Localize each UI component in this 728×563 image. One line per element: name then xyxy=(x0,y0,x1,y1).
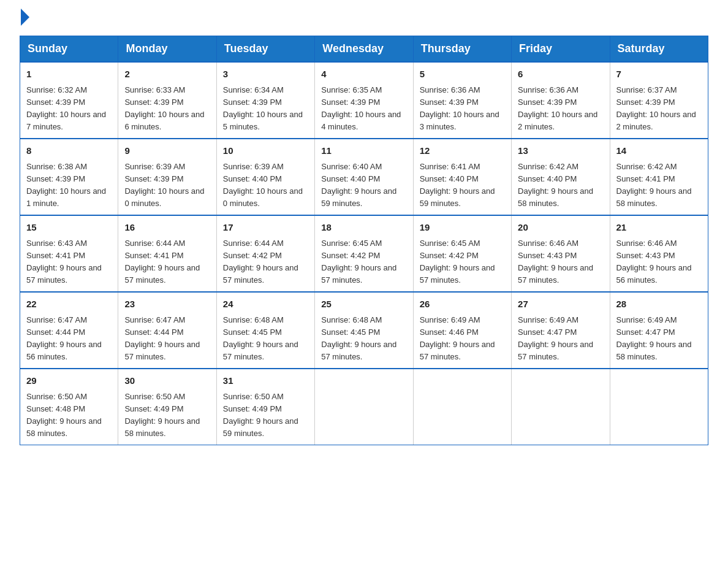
day-info: Sunrise: 6:40 AMSunset: 4:40 PMDaylight:… xyxy=(321,161,406,210)
day-info: Sunrise: 6:50 AMSunset: 4:49 PMDaylight:… xyxy=(124,391,210,440)
calendar-cell: 7Sunrise: 6:37 AMSunset: 4:39 PMDaylight… xyxy=(610,62,708,139)
day-info: Sunrise: 6:44 AMSunset: 4:42 PMDaylight:… xyxy=(223,237,308,287)
day-number: 25 xyxy=(321,297,406,312)
day-info: Sunrise: 6:50 AMSunset: 4:49 PMDaylight:… xyxy=(223,391,308,440)
calendar-cell: 1Sunrise: 6:32 AMSunset: 4:39 PMDaylight… xyxy=(20,62,118,139)
day-info: Sunrise: 6:33 AMSunset: 4:39 PMDaylight:… xyxy=(124,84,210,134)
day-info: Sunrise: 6:45 AMSunset: 4:42 PMDaylight:… xyxy=(420,237,505,287)
weekday-header-thursday: Thursday xyxy=(413,36,511,63)
calendar-cell: 4Sunrise: 6:35 AMSunset: 4:39 PMDaylight… xyxy=(315,62,413,139)
day-number: 30 xyxy=(124,374,210,388)
day-number: 12 xyxy=(420,144,505,158)
day-number: 15 xyxy=(26,221,112,235)
day-info: Sunrise: 6:39 AMSunset: 4:40 PMDaylight:… xyxy=(223,161,308,210)
calendar-cell: 28Sunrise: 6:49 AMSunset: 4:47 PMDayligh… xyxy=(610,292,708,369)
day-number: 11 xyxy=(321,144,406,158)
day-number: 27 xyxy=(518,297,603,312)
day-number: 14 xyxy=(616,144,702,158)
day-number: 8 xyxy=(26,144,112,158)
weekday-header-saturday: Saturday xyxy=(610,36,708,63)
day-number: 29 xyxy=(26,374,112,388)
calendar-cell: 18Sunrise: 6:45 AMSunset: 4:42 PMDayligh… xyxy=(315,215,413,292)
day-info: Sunrise: 6:38 AMSunset: 4:39 PMDaylight:… xyxy=(26,161,112,210)
calendar-cell: 5Sunrise: 6:36 AMSunset: 4:39 PMDaylight… xyxy=(413,62,511,139)
day-number: 22 xyxy=(26,297,112,312)
calendar-week-row: 8Sunrise: 6:38 AMSunset: 4:39 PMDaylight… xyxy=(20,139,708,215)
calendar-cell: 19Sunrise: 6:45 AMSunset: 4:42 PMDayligh… xyxy=(413,215,511,292)
day-info: Sunrise: 6:49 AMSunset: 4:46 PMDaylight:… xyxy=(420,314,505,364)
day-number: 23 xyxy=(124,297,210,312)
calendar-cell: 29Sunrise: 6:50 AMSunset: 4:48 PMDayligh… xyxy=(20,369,118,445)
calendar-cell: 25Sunrise: 6:48 AMSunset: 4:45 PMDayligh… xyxy=(315,292,413,369)
calendar-cell: 16Sunrise: 6:44 AMSunset: 4:41 PMDayligh… xyxy=(118,215,216,292)
logo xyxy=(20,15,29,23)
day-number: 1 xyxy=(26,67,112,82)
weekday-header-friday: Friday xyxy=(512,36,610,63)
calendar-cell: 11Sunrise: 6:40 AMSunset: 4:40 PMDayligh… xyxy=(315,139,413,215)
day-info: Sunrise: 6:47 AMSunset: 4:44 PMDaylight:… xyxy=(124,314,210,364)
calendar-cell: 31Sunrise: 6:50 AMSunset: 4:49 PMDayligh… xyxy=(216,369,314,445)
day-number: 4 xyxy=(321,67,406,82)
day-number: 16 xyxy=(124,221,210,235)
calendar-cell: 14Sunrise: 6:42 AMSunset: 4:41 PMDayligh… xyxy=(610,139,708,215)
day-info: Sunrise: 6:42 AMSunset: 4:41 PMDaylight:… xyxy=(616,161,702,210)
calendar-cell: 12Sunrise: 6:41 AMSunset: 4:40 PMDayligh… xyxy=(413,139,511,215)
day-info: Sunrise: 6:45 AMSunset: 4:42 PMDaylight:… xyxy=(321,237,406,287)
calendar-cell: 3Sunrise: 6:34 AMSunset: 4:39 PMDaylight… xyxy=(216,62,314,139)
calendar-cell xyxy=(413,369,511,445)
day-number: 17 xyxy=(223,221,308,235)
calendar-cell xyxy=(315,369,413,445)
day-info: Sunrise: 6:36 AMSunset: 4:39 PMDaylight:… xyxy=(420,84,505,134)
day-info: Sunrise: 6:42 AMSunset: 4:40 PMDaylight:… xyxy=(518,161,603,210)
day-info: Sunrise: 6:43 AMSunset: 4:41 PMDaylight:… xyxy=(26,237,112,287)
calendar-week-row: 22Sunrise: 6:47 AMSunset: 4:44 PMDayligh… xyxy=(20,292,708,369)
day-number: 2 xyxy=(124,67,210,82)
weekday-header-tuesday: Tuesday xyxy=(216,36,314,63)
day-number: 10 xyxy=(223,144,308,158)
calendar-cell: 8Sunrise: 6:38 AMSunset: 4:39 PMDaylight… xyxy=(20,139,118,215)
weekday-header-wednesday: Wednesday xyxy=(315,36,413,63)
calendar-cell: 9Sunrise: 6:39 AMSunset: 4:39 PMDaylight… xyxy=(118,139,216,215)
day-number: 26 xyxy=(420,297,505,312)
calendar-week-row: 1Sunrise: 6:32 AMSunset: 4:39 PMDaylight… xyxy=(20,62,708,139)
day-info: Sunrise: 6:46 AMSunset: 4:43 PMDaylight:… xyxy=(616,237,702,287)
calendar-cell: 24Sunrise: 6:48 AMSunset: 4:45 PMDayligh… xyxy=(216,292,314,369)
day-number: 28 xyxy=(616,297,702,312)
day-number: 7 xyxy=(616,67,702,82)
day-number: 9 xyxy=(124,144,210,158)
day-number: 6 xyxy=(518,67,603,82)
day-info: Sunrise: 6:35 AMSunset: 4:39 PMDaylight:… xyxy=(321,84,406,134)
page-header xyxy=(20,15,708,23)
calendar-cell: 21Sunrise: 6:46 AMSunset: 4:43 PMDayligh… xyxy=(610,215,708,292)
day-info: Sunrise: 6:46 AMSunset: 4:43 PMDaylight:… xyxy=(518,237,603,287)
weekday-header-sunday: Sunday xyxy=(20,36,118,63)
calendar-cell: 27Sunrise: 6:49 AMSunset: 4:47 PMDayligh… xyxy=(512,292,610,369)
day-info: Sunrise: 6:49 AMSunset: 4:47 PMDaylight:… xyxy=(518,314,603,364)
day-number: 19 xyxy=(420,221,505,235)
calendar-cell: 22Sunrise: 6:47 AMSunset: 4:44 PMDayligh… xyxy=(20,292,118,369)
calendar-cell xyxy=(512,369,610,445)
calendar-cell: 23Sunrise: 6:47 AMSunset: 4:44 PMDayligh… xyxy=(118,292,216,369)
day-number: 18 xyxy=(321,221,406,235)
weekday-header-row: SundayMondayTuesdayWednesdayThursdayFrid… xyxy=(20,36,708,63)
weekday-header-monday: Monday xyxy=(118,36,216,63)
day-info: Sunrise: 6:50 AMSunset: 4:48 PMDaylight:… xyxy=(26,391,112,440)
day-info: Sunrise: 6:47 AMSunset: 4:44 PMDaylight:… xyxy=(26,314,112,364)
logo-triangle-icon xyxy=(21,9,29,26)
day-info: Sunrise: 6:48 AMSunset: 4:45 PMDaylight:… xyxy=(223,314,308,364)
day-info: Sunrise: 6:48 AMSunset: 4:45 PMDaylight:… xyxy=(321,314,406,364)
day-number: 31 xyxy=(223,374,308,388)
calendar-cell: 2Sunrise: 6:33 AMSunset: 4:39 PMDaylight… xyxy=(118,62,216,139)
calendar-week-row: 15Sunrise: 6:43 AMSunset: 4:41 PMDayligh… xyxy=(20,215,708,292)
day-number: 20 xyxy=(518,221,603,235)
calendar-cell: 15Sunrise: 6:43 AMSunset: 4:41 PMDayligh… xyxy=(20,215,118,292)
day-info: Sunrise: 6:49 AMSunset: 4:47 PMDaylight:… xyxy=(616,314,702,364)
calendar-cell: 10Sunrise: 6:39 AMSunset: 4:40 PMDayligh… xyxy=(216,139,314,215)
calendar-cell: 6Sunrise: 6:36 AMSunset: 4:39 PMDaylight… xyxy=(512,62,610,139)
calendar-cell: 30Sunrise: 6:50 AMSunset: 4:49 PMDayligh… xyxy=(118,369,216,445)
calendar-table: SundayMondayTuesdayWednesdayThursdayFrid… xyxy=(20,36,708,445)
day-number: 24 xyxy=(223,297,308,312)
day-number: 5 xyxy=(420,67,505,82)
calendar-week-row: 29Sunrise: 6:50 AMSunset: 4:48 PMDayligh… xyxy=(20,369,708,445)
calendar-cell: 13Sunrise: 6:42 AMSunset: 4:40 PMDayligh… xyxy=(512,139,610,215)
